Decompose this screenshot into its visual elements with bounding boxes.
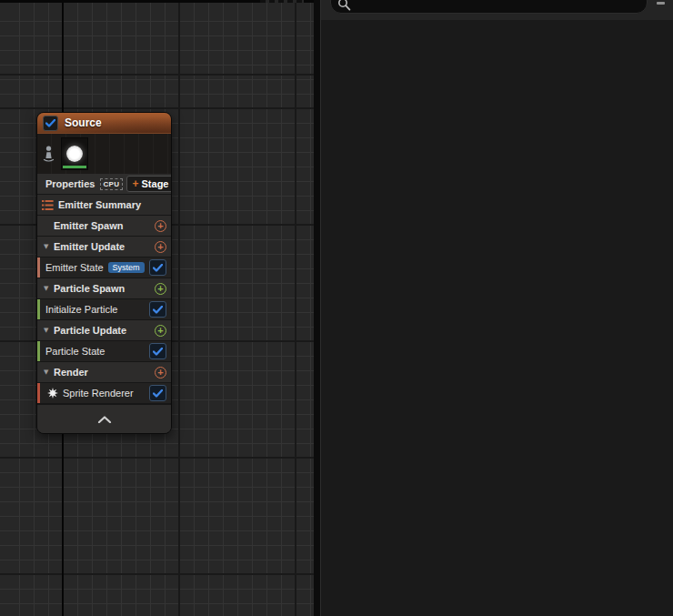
stack-group-emitter-update[interactable]: ▼ Emitter Update + <box>37 237 171 258</box>
emitter-thumbnail[interactable] <box>61 137 88 170</box>
chevron-up-icon <box>97 416 112 423</box>
module-label: Particle State <box>45 346 105 357</box>
summary-list-icon <box>42 200 54 210</box>
emitter-properties-row[interactable]: Properties CPU + Stage <box>37 174 171 195</box>
emitter-node-source[interactable]: Source Properties CPU + Stag <box>36 112 172 434</box>
stack-module-initialize-particle[interactable]: Initialize Particle <box>37 299 171 320</box>
module-enabled-checkbox[interactable] <box>149 301 166 318</box>
thumbnail-scale-bar <box>63 166 86 168</box>
add-module-button[interactable]: + <box>155 220 166 232</box>
cpu-sim-target-badge[interactable]: CPU <box>100 178 122 190</box>
collapse-arrow-icon[interactable]: ▼ <box>44 369 54 376</box>
module-label: Sprite Renderer <box>63 388 134 399</box>
group-label: Render <box>54 367 88 378</box>
check-icon <box>45 119 55 127</box>
stack-group-render[interactable]: ▼ Render + <box>37 362 171 383</box>
graph-top-border <box>0 0 314 3</box>
module-enabled-checkbox[interactable] <box>149 343 166 359</box>
module-enabled-checkbox[interactable] <box>149 385 166 401</box>
check-icon <box>153 306 163 314</box>
sprite-renderer-star-icon <box>47 388 58 399</box>
emitter-summary-label: Emitter Summary <box>58 199 141 210</box>
add-module-button[interactable]: + <box>155 241 166 253</box>
stack-module-particle-state[interactable]: Particle State <box>37 341 171 362</box>
plus-icon: + <box>133 178 139 189</box>
collapse-arrow-icon[interactable]: ▼ <box>44 286 54 292</box>
stack-group-particle-update[interactable]: ▼ Particle Update + <box>37 320 171 341</box>
niagara-graph-canvas[interactable]: Source Properties CPU + Stag <box>0 0 314 616</box>
check-icon <box>153 264 163 272</box>
module-label: Emitter State <box>45 262 104 273</box>
emitter-summary-row[interactable]: Emitter Summary <box>37 195 171 216</box>
group-label: Particle Spawn <box>54 283 125 294</box>
particle-sprite-preview <box>66 146 83 162</box>
module-enabled-checkbox[interactable] <box>149 259 166 276</box>
menu-icon[interactable] <box>657 2 665 5</box>
stack-module-sprite-renderer[interactable]: Sprite Renderer <box>37 383 171 404</box>
right-details-panel <box>320 0 673 616</box>
group-label: Emitter Spawn <box>54 220 123 231</box>
clipped-ui-remnant <box>260 0 304 3</box>
right-panel-content <box>321 20 673 616</box>
emitter-enabled-checkbox[interactable] <box>43 116 58 131</box>
add-stage-button[interactable]: + Stage <box>126 176 172 192</box>
add-renderer-button[interactable]: + <box>155 367 166 379</box>
emitter-title: Source <box>65 116 102 129</box>
system-badge[interactable]: System <box>108 262 145 273</box>
add-module-button[interactable]: + <box>155 325 166 337</box>
search-icon <box>337 0 351 11</box>
emitter-node-header[interactable]: Source <box>37 113 171 133</box>
module-accent-bar <box>37 341 40 361</box>
search-input[interactable] <box>330 0 648 14</box>
add-module-button[interactable]: + <box>155 283 166 295</box>
node-collapse-bar[interactable] <box>37 404 171 433</box>
panel-divider[interactable] <box>314 0 320 616</box>
right-panel-header <box>321 0 673 20</box>
stack-module-emitter-state[interactable]: Emitter State System <box>37 258 171 278</box>
emitter-preview-strip <box>37 133 171 174</box>
module-accent-bar <box>37 383 40 403</box>
stack-group-emitter-spawn[interactable]: ▼ Emitter Spawn + <box>37 216 171 237</box>
properties-label: Properties <box>45 178 95 189</box>
check-icon <box>153 389 163 398</box>
module-label: Initialize Particle <box>45 304 117 315</box>
collapse-arrow-icon[interactable]: ▼ <box>44 328 54 334</box>
check-icon <box>153 348 163 356</box>
module-accent-bar <box>37 299 40 319</box>
stage-button-label: Stage <box>142 178 169 189</box>
module-accent-bar <box>37 258 40 278</box>
collapse-arrow-icon[interactable]: ▼ <box>44 244 54 250</box>
group-label: Emitter Update <box>54 241 125 252</box>
stack-group-particle-spawn[interactable]: ▼ Particle Spawn + <box>37 278 171 299</box>
person-icon <box>43 146 55 163</box>
group-label: Particle Update <box>54 325 126 336</box>
